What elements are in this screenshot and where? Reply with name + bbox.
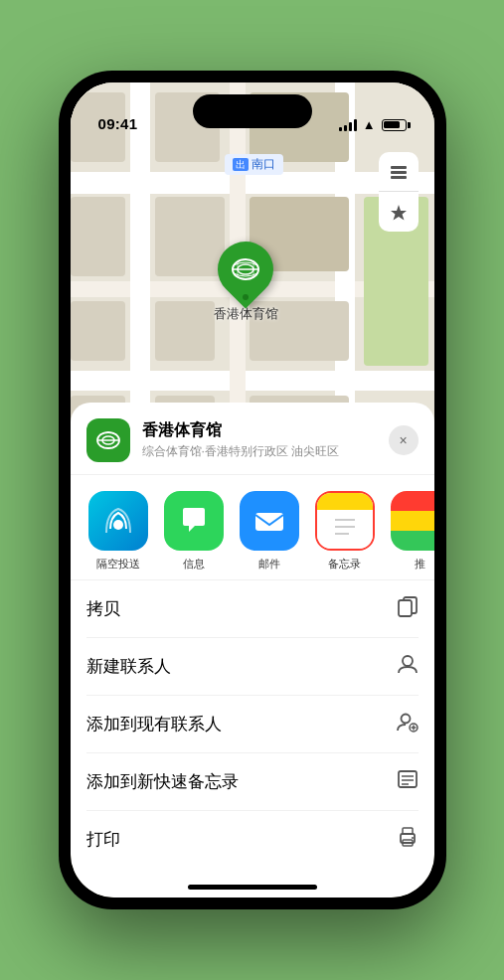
share-item-more[interactable]: 推: [389, 491, 434, 572]
venue-info: 香港体育馆 综合体育馆·香港特别行政区 油尖旺区: [142, 420, 389, 460]
map-layers-button[interactable]: [379, 152, 419, 192]
bar3: [349, 122, 352, 131]
road-h3: [71, 371, 434, 391]
marker-dot: [243, 294, 249, 300]
stadium-marker: 香港体育馆: [214, 242, 278, 323]
notes-label: 备忘录: [328, 557, 361, 572]
more-label: 推: [415, 557, 425, 572]
battery-icon: [382, 119, 407, 131]
new-contact-icon: [397, 653, 419, 680]
map-controls: [379, 152, 419, 232]
svg-rect-10: [255, 513, 283, 531]
map-label: 出南口: [225, 154, 283, 175]
block11: [71, 301, 125, 361]
status-icons: ▲: [339, 117, 407, 132]
svg-rect-0: [391, 166, 407, 169]
phone-frame: 09:41 ▲: [59, 71, 446, 909]
svg-rect-1: [391, 171, 407, 174]
airdrop-label: 隔空投送: [96, 557, 140, 572]
bar1: [339, 127, 342, 131]
copy-label: 拷贝: [86, 597, 120, 620]
venue-name: 香港体育馆: [142, 420, 389, 441]
marker-pin-inner: [225, 248, 266, 290]
action-copy[interactable]: 拷贝: [86, 580, 419, 638]
svg-point-9: [113, 520, 123, 530]
notes-icon: [315, 491, 375, 551]
phone-screen: 09:41 ▲: [71, 82, 434, 898]
block5: [155, 301, 215, 361]
quick-note-label: 添加到新快速备忘录: [86, 770, 239, 793]
add-contact-icon: [397, 711, 419, 737]
status-time: 09:41: [98, 115, 138, 132]
action-add-contact[interactable]: 添加到现有联系人: [86, 696, 419, 753]
action-print[interactable]: 打印: [86, 811, 419, 868]
messages-icon: [164, 491, 224, 551]
svg-point-17: [401, 715, 410, 724]
messages-label: 信息: [183, 557, 205, 572]
bottom-sheet: 香港体育馆 综合体育馆·香港特别行政区 油尖旺区 × 隔空: [71, 403, 434, 898]
print-icon: [397, 826, 419, 853]
wifi-icon: ▲: [363, 117, 376, 132]
share-item-notes[interactable]: 备忘录: [313, 491, 377, 572]
share-item-messages[interactable]: 信息: [162, 491, 226, 572]
svg-rect-15: [399, 600, 412, 616]
svg-rect-2: [391, 176, 407, 179]
quick-note-icon: [397, 768, 419, 795]
mail-icon: [240, 491, 299, 551]
bar2: [344, 125, 347, 131]
airdrop-icon: [88, 491, 148, 551]
svg-rect-26: [403, 828, 413, 834]
bar4: [354, 119, 357, 131]
close-button[interactable]: ×: [389, 425, 419, 455]
signal-bars-icon: [339, 119, 357, 131]
venue-subtitle: 综合体育馆·香港特别行政区 油尖旺区: [142, 443, 389, 460]
new-contact-label: 新建联系人: [86, 655, 171, 678]
more-icon: [391, 491, 434, 551]
print-label: 打印: [86, 828, 120, 851]
svg-point-28: [412, 837, 414, 839]
svg-point-16: [403, 656, 413, 666]
home-indicator: [188, 885, 317, 890]
venue-icon: [86, 418, 130, 462]
map-location-button[interactable]: [379, 192, 419, 232]
mail-label: 邮件: [258, 557, 280, 572]
map-label-text: 南口: [252, 157, 275, 171]
copy-icon: [397, 595, 419, 622]
action-list: 拷贝 新建联系人: [71, 580, 434, 868]
map-label-prefix: 出: [233, 158, 249, 171]
action-quick-note[interactable]: 添加到新快速备忘录: [86, 753, 419, 811]
share-item-airdrop[interactable]: 隔空投送: [86, 491, 150, 572]
share-row: 隔空投送 信息: [71, 475, 434, 580]
share-item-mail[interactable]: 邮件: [238, 491, 301, 572]
battery-fill: [384, 121, 400, 128]
action-new-contact[interactable]: 新建联系人: [86, 638, 419, 696]
sheet-header: 香港体育馆 综合体育馆·香港特别行政区 油尖旺区 ×: [71, 403, 434, 475]
dynamic-island: [193, 94, 312, 128]
block10: [71, 197, 125, 276]
add-contact-label: 添加到现有联系人: [86, 713, 222, 735]
